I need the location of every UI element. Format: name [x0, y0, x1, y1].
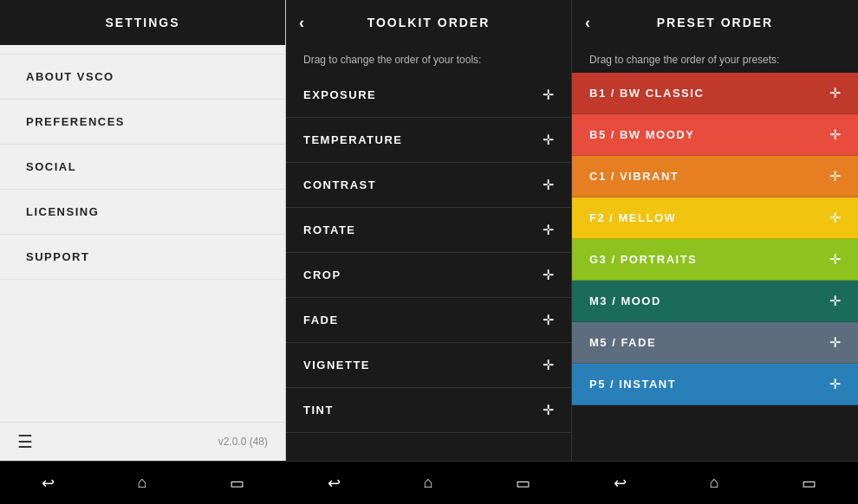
tool-item[interactable]: VIGNETTE ✛ [286, 343, 571, 388]
settings-menu-item[interactable]: PREFERENCES [0, 100, 285, 145]
preset-nav-bar: ↩ ⌂ ▭ [572, 461, 858, 504]
preset-item[interactable]: B1 / BW CLASSIC ✛ [572, 73, 858, 114]
toolkit-panel: ‹ TOOLKIT ORDER Drag to change the order… [286, 0, 572, 461]
tool-item[interactable]: TEMPERATURE ✛ [286, 118, 571, 163]
preset-item[interactable]: B5 / BW MOODY ✛ [572, 114, 858, 156]
toolkit-back-nav-icon[interactable]: ↩ [328, 474, 341, 493]
settings-header: SETTINGS [0, 0, 285, 45]
toolkit-home-nav-icon[interactable]: ⌂ [424, 474, 433, 492]
preset-home-nav-icon[interactable]: ⌂ [710, 474, 719, 492]
hamburger-icon[interactable]: ☰ [17, 433, 33, 450]
tool-item-label: ROTATE [303, 223, 356, 236]
settings-menu-item[interactable]: LICENSING [0, 190, 285, 235]
preset-drag-handle-icon: ✛ [829, 85, 841, 101]
tool-item-label: TINT [303, 404, 334, 417]
preset-list: B1 / BW CLASSIC ✛ B5 / BW MOODY ✛ C1 / V… [572, 73, 858, 461]
preset-item-label: C1 / VIBRANT [589, 170, 679, 183]
drag-handle-icon: ✛ [543, 312, 554, 328]
tool-item[interactable]: EXPOSURE ✛ [286, 73, 571, 118]
tool-item-label: TEMPERATURE [303, 133, 402, 146]
preset-item[interactable]: G3 / PORTRAITS ✛ [572, 239, 858, 281]
preset-item-label: F2 / MELLOW [589, 211, 676, 224]
tool-item-label: CONTRAST [303, 178, 376, 191]
toolkit-title: TOOLKIT ORDER [367, 16, 491, 29]
preset-item[interactable]: P5 / INSTANT ✛ [572, 364, 858, 405]
preset-drag-handle-icon: ✛ [829, 168, 841, 184]
drag-handle-icon: ✛ [543, 267, 554, 283]
preset-item-label: B5 / BW MOODY [589, 128, 694, 141]
settings-footer: ☰ v2.0.0 (48) [0, 422, 285, 461]
preset-drag-handle-icon: ✛ [829, 251, 841, 268]
tool-item[interactable]: TINT ✛ [286, 388, 571, 433]
bottom-nav: ↩ ⌂ ▭ ↩ ⌂ ▭ ↩ ⌂ ▭ [0, 461, 858, 504]
tool-item-label: CROP [303, 268, 341, 281]
tool-item[interactable]: CONTRAST ✛ [286, 163, 571, 208]
tool-item[interactable]: CROP ✛ [286, 253, 571, 298]
tool-item[interactable]: FADE ✛ [286, 298, 571, 343]
preset-drag-handle-icon: ✛ [829, 210, 841, 226]
drag-handle-icon: ✛ [543, 402, 554, 418]
settings-menu: ABOUT VSCOPREFERENCESSOCIALLICENSINGSUPP… [0, 45, 285, 422]
preset-recent-nav-icon[interactable]: ▭ [802, 474, 816, 493]
preset-back-button[interactable]: ‹ [585, 14, 592, 32]
preset-item[interactable]: M5 / FADE ✛ [572, 322, 858, 364]
settings-panel: SETTINGS ABOUT VSCOPREFERENCESSOCIALLICE… [0, 0, 286, 461]
settings-back-nav-icon[interactable]: ↩ [42, 474, 55, 493]
toolkit-back-button[interactable]: ‹ [299, 14, 306, 32]
drag-handle-icon: ✛ [543, 357, 554, 373]
preset-panel: ‹ PRESET ORDER Drag to change the order … [572, 0, 858, 461]
settings-home-nav-icon[interactable]: ⌂ [138, 474, 147, 492]
toolkit-instruction: Drag to change the order of your tools: [286, 45, 571, 73]
preset-item-label: M3 / MOOD [589, 294, 661, 307]
drag-handle-icon: ✛ [543, 177, 554, 193]
tool-item[interactable]: ROTATE ✛ [286, 208, 571, 253]
version-text: v2.0.0 (48) [218, 436, 268, 448]
preset-item-label: P5 / INSTANT [589, 378, 676, 391]
drag-handle-icon: ✛ [543, 222, 554, 238]
preset-item-label: M5 / FADE [589, 336, 656, 349]
preset-item[interactable]: F2 / MELLOW ✛ [572, 197, 858, 239]
toolkit-header: ‹ TOOLKIT ORDER [286, 0, 571, 45]
preset-item-label: G3 / PORTRAITS [589, 253, 697, 266]
preset-header: ‹ PRESET ORDER [572, 0, 858, 45]
tool-list: EXPOSURE ✛ TEMPERATURE ✛ CONTRAST ✛ ROTA… [286, 73, 571, 461]
preset-title: PRESET ORDER [657, 16, 773, 29]
drag-handle-icon: ✛ [543, 87, 554, 103]
preset-item[interactable]: C1 / VIBRANT ✛ [572, 156, 858, 197]
preset-back-nav-icon[interactable]: ↩ [614, 474, 627, 493]
toolkit-nav-bar: ↩ ⌂ ▭ [286, 461, 572, 504]
settings-menu-item[interactable]: SOCIAL [0, 145, 285, 190]
preset-drag-handle-icon: ✛ [829, 334, 841, 351]
tool-item-label: VIGNETTE [303, 359, 370, 372]
toolkit-recent-nav-icon[interactable]: ▭ [516, 474, 530, 493]
preset-instruction: Drag to change the order of your presets… [572, 45, 858, 73]
preset-item-label: B1 / BW CLASSIC [589, 87, 704, 100]
preset-item[interactable]: M3 / MOOD ✛ [572, 281, 858, 322]
preset-drag-handle-icon: ✛ [829, 293, 841, 309]
preset-drag-handle-icon: ✛ [829, 376, 841, 392]
settings-recent-nav-icon[interactable]: ▭ [230, 474, 244, 493]
tool-item-label: FADE [303, 313, 339, 326]
settings-nav-bar: ↩ ⌂ ▭ [0, 461, 286, 504]
settings-menu-item[interactable]: ABOUT VSCO [0, 54, 285, 100]
settings-menu-item[interactable]: SUPPORT [0, 235, 285, 280]
tool-item-label: EXPOSURE [303, 88, 376, 101]
preset-drag-handle-icon: ✛ [829, 126, 841, 143]
drag-handle-icon: ✛ [543, 132, 554, 148]
